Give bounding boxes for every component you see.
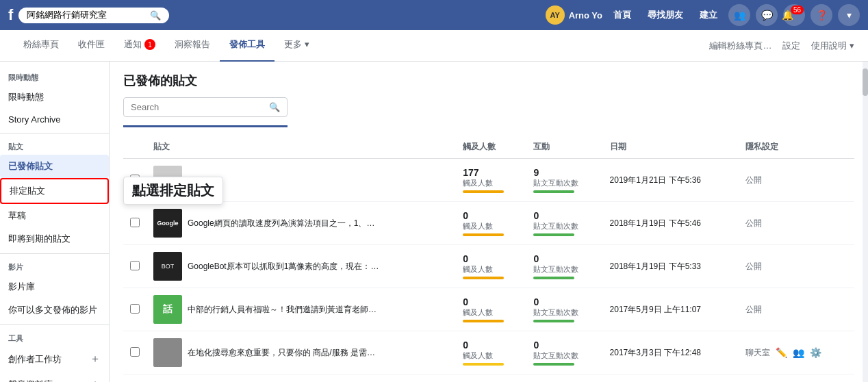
sidebar-divider-2 [0, 253, 109, 254]
subnav-fans-page[interactable]: 粉絲專頁 [14, 29, 68, 62]
post-text: Google網頁的讀取速度列為演算法項目之一，1、主… [188, 218, 379, 229]
privacy-label: 公開 [745, 305, 762, 314]
subnav-insights[interactable]: 洞察報告 [165, 29, 220, 62]
sidebar-item-story-archive[interactable]: Story Archive [0, 109, 109, 130]
sidebar-item-expiring[interactable]: 即將到期的貼文 [0, 227, 109, 251]
find-friends-link[interactable]: 尋找朋友 [642, 6, 689, 24]
engagement-bar [533, 277, 574, 279]
col-reach: 觸及人數 [456, 136, 526, 159]
engagement-value: 0 [533, 296, 596, 307]
engagement-value: 9 [533, 167, 596, 178]
engagement-bar [533, 320, 574, 322]
sidebar-item-scheduled[interactable]: 排定貼文 [0, 178, 109, 204]
sidebar-item-drafts[interactable]: 草稿 [0, 204, 109, 227]
table-row: Google Google網頁的讀取速度列為演算法項目之一，1、主… 0 觸及人… [123, 202, 854, 245]
sidebar-divider-1 [0, 133, 109, 133]
reach-label: 觸及人數 [463, 264, 520, 275]
post-privacy-last: 聊天室 ✏️ 👥 ⚙️ [739, 331, 854, 374]
privacy-label: 聊天室 [745, 347, 770, 359]
engagement-bar [533, 363, 574, 366]
search-underline [123, 125, 288, 127]
sidebar-item-video-lib[interactable]: 影片庫 [0, 275, 109, 298]
posts-search-area[interactable]: 🔍 [123, 97, 288, 117]
engagement-label: 貼文互動次數 [533, 351, 596, 361]
home-link[interactable]: 首頁 [608, 6, 637, 24]
notifications-icon[interactable]: 🔔56 [783, 4, 805, 26]
reach-value: 177 [463, 167, 520, 178]
table-row: 話 中部的行銷人員有福啦～！我們邀請到黃道育老師特地到… 0 觸及人數 0 貼文… [123, 288, 854, 331]
reach-bar [463, 190, 504, 193]
scrollbar-thumb[interactable] [863, 68, 868, 96]
post-text: 中部的行銷人員有福啦～！我們邀請到黃道育老師特地到… [188, 304, 379, 316]
settings-dropdown-icon[interactable]: ▾ [838, 4, 860, 26]
table-row: 在地化搜尋愈來愈重要，只要你的 商品/服務 是需要吸… 0 觸及人數 0 貼文互… [123, 331, 854, 374]
sub-nav-right: 編輯粉絲專頁… 設定 使用說明 ▾ [709, 40, 854, 52]
subnav-publishing-tools[interactable]: 發佈工具 [220, 29, 275, 62]
page-title: 已發佈的貼文 [123, 73, 854, 89]
col-engagement: 互動 [526, 136, 602, 159]
edit-page-link[interactable]: 編輯粉絲專頁… [709, 40, 771, 52]
sidebar-item-sound[interactable]: 聲音資料庫 ＋ [0, 372, 109, 382]
engagement-value: 0 [533, 340, 596, 351]
post-date: 2018年1月19日 下午5:33 [610, 262, 701, 271]
global-search-input[interactable] [27, 10, 146, 21]
post-checkbox[interactable] [130, 347, 140, 357]
top-navigation: f 🔍 AY Arno Yo 首頁 尋找朋友 建立 👥 💬 🔔56 ❓ ▾ [0, 0, 868, 30]
people-icon[interactable]: 👥 [793, 347, 804, 359]
post-row-content: Google Google網頁的讀取速度列為演算法項目之一，1、主… [153, 209, 386, 238]
user-profile-link[interactable]: AY Arno Yo [546, 5, 602, 25]
username: Arno Yo [569, 10, 602, 21]
col-checkbox [123, 136, 146, 159]
post-text: GoogleBot原本可以抓取到1萬像素的高度，現在：…覆… [188, 261, 379, 272]
col-date: 日期 [603, 136, 739, 159]
post-content-cell: 話 中部的行銷人員有福啦～！我們邀請到黃道育老師特地到… [146, 288, 456, 331]
engagement-label: 貼文互動次數 [533, 178, 596, 188]
posts-search-input[interactable] [131, 102, 269, 112]
post-checkbox[interactable] [130, 218, 140, 227]
main-content-area: 點選排定貼文 已發佈的貼文 🔍 貼文 觸及人數 互動 日期 隱私設定 [110, 62, 868, 382]
post-engagement-cell: 0 貼文互動次數 [526, 288, 602, 331]
messenger-icon[interactable]: 💬 [756, 4, 778, 26]
creator-label: 創作者工作坊 [8, 353, 62, 366]
posts-table: 貼文 觸及人數 互動 日期 隱私設定 177 觸及人數 9 [123, 136, 854, 374]
people-icon[interactable]: 👥 [728, 4, 750, 26]
engagement-bar [533, 190, 574, 193]
sidebar-item-stories[interactable]: 限時動態 [0, 86, 109, 109]
post-date: 2019年1月21日 下午5:36 [610, 175, 701, 185]
sidebar-item-creator[interactable]: 創作者工作坊 ＋ [0, 346, 109, 372]
subnav-notifications[interactable]: 通知 1 [114, 29, 165, 62]
sidebar-item-crosspost[interactable]: 你可以多文發佈的影片 [0, 298, 109, 322]
settings-icon[interactable]: ⚙️ [810, 347, 821, 359]
subnav-more[interactable]: 更多 ▾ [275, 29, 319, 62]
sidebar-item-published[interactable]: 已發佈貼文 [0, 155, 109, 178]
help-icon[interactable]: ❓ [810, 4, 832, 26]
engagement-label: 貼文互動次數 [533, 264, 596, 275]
create-link[interactable]: 建立 [694, 6, 723, 24]
post-date-cell: 2017年5月9日 上午11:07 [603, 288, 739, 331]
post-reach-cell: 177 觸及人數 [456, 159, 526, 202]
post-privacy: 公開 [739, 245, 854, 288]
subnav-notif-label: 通知 [124, 38, 142, 51]
sidebar-section-tools: 工具 [0, 328, 109, 346]
post-privacy: 公開 [739, 202, 854, 245]
post-engagement-cell: 9 貼文互動次數 [526, 159, 602, 202]
global-search-bar[interactable]: 🔍 [18, 8, 169, 23]
edit-icon[interactable]: ✏️ [776, 347, 787, 359]
reach-label: 觸及人數 [463, 221, 520, 231]
subnav-inbox[interactable]: 收件匣 [68, 29, 114, 62]
top-nav-right: AY Arno Yo 首頁 尋找朋友 建立 👥 💬 🔔56 ❓ ▾ [546, 4, 860, 26]
post-content-cell: Google Google網頁的讀取速度列為演算法項目之一，1、主… [146, 202, 456, 245]
post-checkbox-cell [123, 288, 146, 331]
scrollbar-track [863, 62, 868, 382]
reach-value: 0 [463, 210, 520, 221]
post-date-cell: 2018年1月19日 下午5:46 [603, 202, 739, 245]
post-engagement-cell: 0 貼文互動次數 [526, 331, 602, 374]
help-link[interactable]: 使用說明 ▾ [811, 40, 854, 52]
post-content-cell: BOT GoogleBot原本可以抓取到1萬像素的高度，現在：…覆… [146, 245, 456, 288]
post-checkbox[interactable] [130, 261, 140, 270]
settings-link[interactable]: 設定 [782, 40, 800, 52]
post-checkbox[interactable] [130, 304, 140, 314]
plus-icon-2: ＋ [90, 377, 101, 382]
post-reach-cell: 0 觸及人數 [456, 245, 526, 288]
table-row: BOT GoogleBot原本可以抓取到1萬像素的高度，現在：…覆… 0 觸及人… [123, 245, 854, 288]
